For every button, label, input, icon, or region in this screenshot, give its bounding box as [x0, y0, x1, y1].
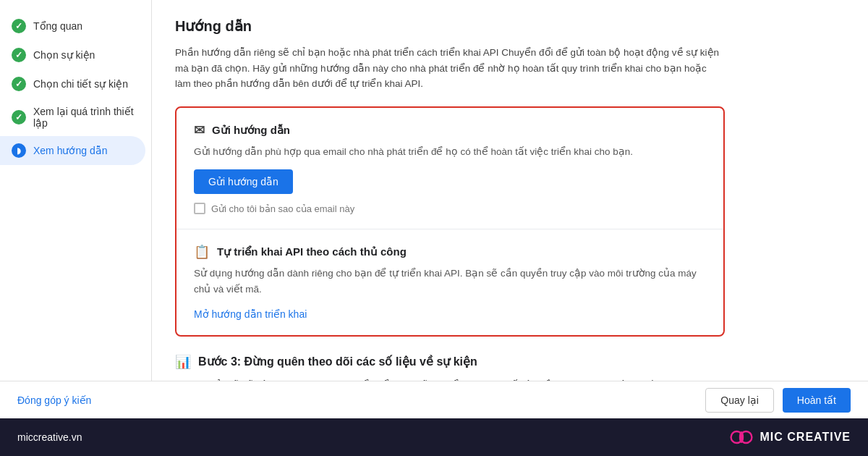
guide-card: ✉ Gửi hướng dẫn Gửi hướng dẫn phù hợp qu… [175, 106, 725, 337]
sidebar-item-tong-quan[interactable]: Tổng quan [0, 12, 151, 41]
email-icon: ✉ [194, 122, 205, 138]
check-icon-xem-lai [12, 110, 26, 124]
email-section: ✉ Gửi hướng dẫn Gửi hướng dẫn phù hợp qu… [176, 108, 723, 229]
step3-icon: 📊 [175, 354, 191, 370]
check-icon-chon-chi-tiet [12, 77, 26, 91]
complete-button[interactable]: Hoàn tất [783, 388, 851, 413]
footer-logo-icon [730, 426, 753, 449]
intro-text: Phần hướng dẫn riêng sẽ chỉ bạn hoặc nhà… [175, 45, 725, 92]
step3-section: 📊 Bước 3: Đừng quên theo dõi các số liệu… [175, 354, 725, 381]
footer-domain: miccreative.vn [17, 431, 82, 443]
email-section-title: ✉ Gửi hướng dẫn [194, 122, 706, 138]
email-section-desc: Gửi hướng dẫn phù hợp qua email cho nhà … [194, 144, 706, 160]
page-title: Hướng dẫn [175, 17, 845, 35]
step3-title: 📊 Bước 3: Đừng quên theo dõi các số liệu… [175, 354, 725, 370]
sidebar-item-chon-su-kien[interactable]: Chọn sự kiện [0, 41, 151, 69]
sidebar: Tổng quan Chọn sự kiện Chọn chi tiết sự … [0, 0, 152, 381]
svg-point-2 [739, 431, 743, 443]
content-area: Hướng dẫn Phần hướng dẫn riêng sẽ chỉ bạ… [152, 0, 868, 381]
manual-section: 📋 Tự triển khai API theo cách thủ công S… [176, 229, 723, 334]
check-icon-chon-su-kien [12, 48, 26, 62]
manual-section-desc: Sử dụng hướng dẫn dành riêng cho bạn để … [194, 266, 706, 297]
active-icon-xem-huong-dan [12, 143, 26, 158]
footer-brand: MIC CREATIVE [730, 426, 851, 449]
bottom-bar: Đóng góp ý kiến Quay lại Hoàn tất [0, 381, 868, 418]
bottom-actions: Quay lại Hoàn tất [705, 388, 851, 413]
sidebar-item-xem-lai[interactable]: Xem lại quá trình thiết lập [0, 98, 151, 136]
sidebar-item-chon-chi-tiet[interactable]: Chọn chi tiết sự kiện [0, 69, 151, 98]
checkbox-row: Gửi cho tôi bản sao của email này [194, 203, 706, 214]
sidebar-label-xem-huong-dan: Xem hướng dẫn [33, 145, 108, 156]
sidebar-item-xem-huong-dan[interactable]: Xem hướng dẫn [0, 136, 145, 165]
footer: miccreative.vn MIC CREATIVE [0, 418, 868, 456]
send-guide-button[interactable]: Gửi hướng dẫn [194, 169, 293, 194]
back-button[interactable]: Quay lại [705, 388, 774, 413]
footer-brand-text: MIC CREATIVE [760, 431, 851, 444]
sidebar-label-chon-su-kien: Chọn sự kiện [33, 49, 95, 61]
copy-email-checkbox[interactable] [194, 203, 205, 214]
sidebar-label-xem-lai: Xem lại quá trình thiết lập [33, 106, 140, 129]
check-icon-tong-quan [12, 19, 26, 33]
copy-email-label: Gửi cho tôi bản sao của email này [211, 203, 354, 214]
open-guide-link[interactable]: Mở hướng dẫn triển khai [194, 308, 307, 320]
feedback-link[interactable]: Đóng góp ý kiến [17, 394, 91, 406]
sidebar-label-chon-chi-tiet: Chọn chi tiết sự kiện [33, 78, 128, 90]
manual-icon: 📋 [194, 244, 210, 260]
manual-section-title: 📋 Tự triển khai API theo cách thủ công [194, 244, 706, 260]
sidebar-label-tong-quan: Tổng quan [33, 20, 82, 32]
